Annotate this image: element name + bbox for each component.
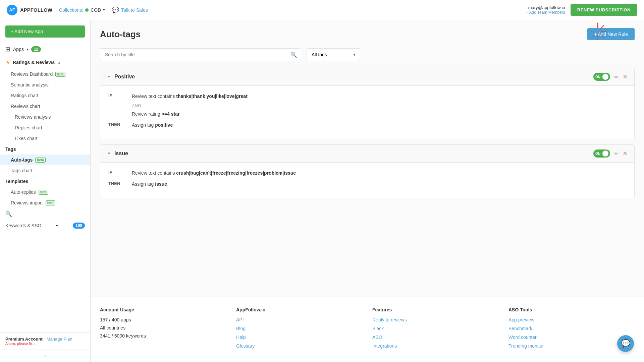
chat-fab-button[interactable]: 💬 — [617, 335, 634, 352]
footer-link-slack[interactable]: Slack — [372, 326, 498, 331]
sidebar-collapse-button[interactable]: ‹ — [0, 350, 90, 362]
ratings-chart-label: Ratings chart — [11, 93, 38, 98]
beta-badge: beta — [55, 72, 65, 77]
rule-positive-close-icon[interactable]: ✕ — [623, 73, 628, 80]
sidebar-item-reviews-analysis[interactable]: Reviews analysis — [0, 112, 90, 122]
rule-issue-body: IF Review text contains crush|bug|can't|… — [100, 163, 634, 198]
footer-link-app-preview[interactable]: App preview — [508, 317, 635, 322]
footer-features-title: Features — [372, 307, 498, 312]
collection-name[interactable]: COD — [91, 7, 101, 13]
replies-chart-label: Replies chart — [15, 125, 42, 130]
search-filter-row: 🔍 All tags — [100, 48, 635, 61]
apps-label: Apps — [13, 47, 24, 52]
footer-link-benchmark[interactable]: Benchmark — [508, 326, 635, 331]
rule-then-label: THEN — [108, 121, 125, 127]
sidebar-item-likes-chart[interactable]: Likes chart — [0, 133, 90, 144]
add-new-rule-button[interactable]: + Add New Rule — [587, 28, 635, 40]
footer-link-blog[interactable]: Blog — [236, 326, 362, 331]
rule-issue-toggle[interactable]: ON — [593, 149, 610, 158]
tags-label: Tags — [5, 146, 16, 152]
auto-tags-label: Auto-tags — [11, 157, 33, 163]
footer-link-word-counter[interactable]: Word counter — [508, 335, 635, 340]
user-email[interactable]: mary@appfollow.io — [526, 5, 565, 10]
talk-to-sales-link[interactable]: 💬 Talk to Sales — [112, 6, 148, 14]
rule-positive-if-row: IF Review text contains thanks|thank you… — [108, 93, 626, 100]
rule-card-positive-header: ▼ Positive ON ✏ ✕ — [100, 68, 634, 86]
rule-header-left: ▼ Positive — [107, 74, 135, 80]
sidebar-item-auto-tags[interactable]: Auto-tags beta — [0, 155, 90, 165]
collection-dropdown-icon[interactable]: ▾ — [103, 8, 105, 12]
rule-issue-close-icon[interactable]: ✕ — [623, 150, 628, 157]
rule-issue-if-row: IF Review text contains crush|bug|can't|… — [108, 169, 626, 177]
footer-account-usage-title: Account Usage — [100, 307, 226, 312]
footer: Account Usage 157 / 400 apps All countri… — [91, 297, 644, 362]
section-collapse-icon: ▲ — [57, 60, 61, 64]
filter-wrapper: All tags — [307, 48, 360, 61]
sidebar-item-reviews-chart[interactable]: Reviews chart — [0, 101, 90, 112]
manage-plan-link[interactable]: Manage Plan — [47, 337, 72, 342]
rule-card-issue: ▼ Issue ON ✏ ✕ — [100, 144, 635, 198]
toggle-on-label-2: ON — [595, 152, 600, 156]
add-new-app-button[interactable]: + Add New App — [5, 25, 85, 38]
sidebar-item-reviews-dashboard[interactable]: Reviews Dashboard beta — [0, 69, 90, 79]
footer-account-usage: Account Usage 157 / 400 apps All countri… — [100, 307, 226, 352]
sidebar-bottom: Premium Account Manage Plan Alarm, pleas… — [0, 332, 90, 350]
footer-link-aso[interactable]: ASO — [372, 335, 498, 340]
add-team-members[interactable]: + Add Team Members — [526, 10, 565, 15]
rule-positive-toggle[interactable]: ON — [593, 73, 610, 81]
footer-appfollow: AppFollow.io API Blog Help Glossary — [236, 307, 362, 352]
sidebar-item-tags-chart[interactable]: Tags chart — [0, 165, 90, 176]
sidebar-apps-row[interactable]: ⊞ Apps ▾ 12 — [0, 43, 90, 56]
renew-subscription-button[interactable]: RENEW SUBSCRIPTION — [571, 4, 637, 16]
rule-positive-edit-icon[interactable]: ✏ — [614, 74, 619, 80]
sidebar-item-reviews-import[interactable]: Reviews import beta — [0, 197, 90, 208]
sidebar: + Add New App ⊞ Apps ▾ 12 ★ Ratings & Re… — [0, 20, 91, 362]
collections-nav: Collections: COD ▾ — [59, 7, 105, 13]
reviews-import-beta-badge: beta — [46, 200, 55, 205]
tags-chart-label: Tags chart — [11, 168, 33, 173]
footer-link-help[interactable]: Help — [236, 335, 362, 340]
collection-dot — [85, 8, 89, 12]
rule-issue-edit-icon[interactable]: ✏ — [614, 150, 619, 157]
rule-issue-if-label: IF — [108, 169, 125, 175]
rule-positive-condition2: Review rating >=4 star — [132, 110, 179, 118]
footer-link-glossary[interactable]: Glossary — [236, 343, 362, 349]
ratings-reviews-section[interactable]: ★ Ratings & Reviews ▲ — [0, 56, 90, 69]
footer-link-api[interactable]: API — [236, 317, 362, 322]
semantic-analysis-label: Semantic analysis — [11, 82, 49, 87]
sidebar-search-row: 🔍 — [0, 208, 90, 220]
tags-filter-select[interactable]: All tags — [307, 48, 360, 61]
search-input[interactable] — [100, 48, 301, 61]
sidebar-item-auto-replies[interactable]: Auto-replies beta — [0, 187, 90, 197]
sidebar-item-replies-chart[interactable]: Replies chart — [0, 122, 90, 133]
footer-link-reply-reviews[interactable]: Reply to reviews — [372, 317, 498, 322]
rule-collapse-icon[interactable]: ▼ — [107, 74, 111, 79]
footer-link-trending-monitor[interactable]: Trending monitor — [508, 343, 635, 349]
rule-if-label: IF — [108, 93, 125, 98]
main-layout: + Add New App ⊞ Apps ▾ 12 ★ Ratings & Re… — [0, 20, 644, 362]
rule-issue-header-left: ▼ Issue — [107, 150, 128, 157]
main-area: Auto-tags — [91, 20, 644, 362]
rule-issue-collapse-icon[interactable]: ▼ — [107, 151, 111, 156]
sidebar-keywords-row[interactable]: Keywords & ASO ▾ 190 — [0, 220, 90, 231]
sidebar-tags-section[interactable]: Tags — [0, 144, 90, 155]
search-icon: 🔍 — [290, 52, 297, 58]
rule-positive-condition1: Review text contains thanks|thank you|li… — [132, 93, 248, 100]
page-title: Auto-tags — [100, 29, 141, 40]
logo: AF APPFOLLOW — [7, 5, 52, 15]
rule-positive-rating-row: Review rating >=4 star — [108, 110, 626, 118]
add-rule-area: + Add New Rule — [587, 28, 635, 40]
footer-stat-apps: 157 / 400 apps — [100, 317, 226, 322]
auto-replies-label: Auto-replies — [11, 189, 36, 195]
reviews-dashboard-label: Reviews Dashboard — [11, 71, 53, 77]
rule-empty-label — [108, 110, 125, 111]
reviews-analysis-label: Reviews analysis — [15, 114, 51, 120]
rule-card-issue-header: ▼ Issue ON ✏ ✕ — [100, 145, 634, 163]
likes-chart-label: Likes chart — [15, 136, 38, 141]
chat-fab-icon: 💬 — [621, 339, 630, 348]
sidebar-templates-section[interactable]: Templates — [0, 176, 90, 187]
footer-link-integrations[interactable]: Integrations — [372, 343, 498, 349]
sidebar-item-semantic-analysis[interactable]: Semantic analysis — [0, 79, 90, 90]
rule-and-label: AND — [132, 103, 626, 108]
sidebar-item-ratings-chart[interactable]: Ratings chart — [0, 90, 90, 101]
